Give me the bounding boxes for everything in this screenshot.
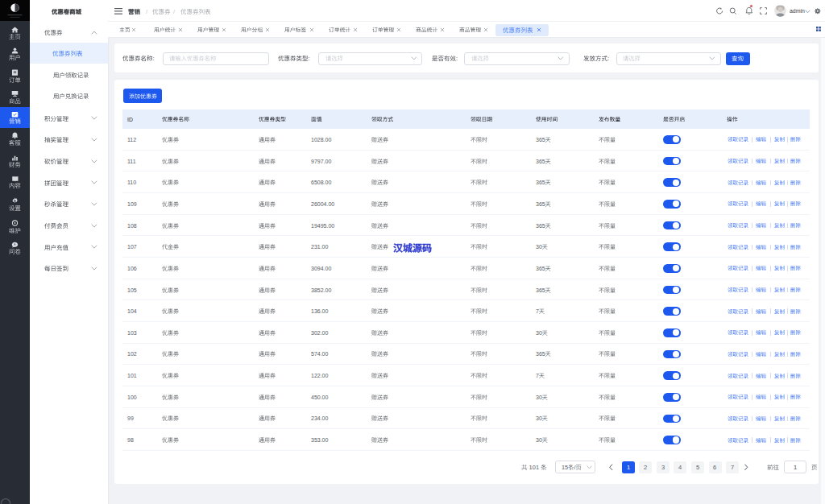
svg-text:353.00: 353.00 <box>311 437 329 443</box>
svg-text:365: 365 <box>536 266 545 271</box>
svg-text:3852.00: 3852.00 <box>311 287 331 293</box>
svg-text:1: 1 <box>794 464 797 471</box>
svg-text::: : <box>153 55 155 62</box>
svg-text:106: 106 <box>127 266 137 271</box>
svg-text:365: 365 <box>536 180 545 185</box>
svg-text:108: 108 <box>127 223 137 229</box>
svg-text:3: 3 <box>661 464 665 471</box>
svg-text:30: 30 <box>536 330 542 336</box>
svg-text::: : <box>607 55 609 62</box>
svg-text:365: 365 <box>536 137 545 143</box>
svg-text:30: 30 <box>536 437 542 443</box>
svg-text:5: 5 <box>696 464 699 471</box>
svg-text:110: 110 <box>127 180 136 185</box>
svg-text:111: 111 <box>127 159 136 164</box>
svg-text:1: 1 <box>627 464 630 471</box>
svg-text:365: 365 <box>536 159 545 164</box>
svg-text:101: 101 <box>528 464 541 471</box>
svg-text::: : <box>456 55 458 62</box>
svg-text:302.00: 302.00 <box>311 330 329 336</box>
svg-text:136.00: 136.00 <box>311 308 329 314</box>
svg-text:3094.00: 3094.00 <box>311 266 331 271</box>
svg-text:122.00: 122.00 <box>311 373 329 378</box>
svg-text:7: 7 <box>536 373 539 378</box>
svg-text:19495.00: 19495.00 <box>311 223 334 229</box>
svg-text:365: 365 <box>536 201 545 207</box>
svg-text:109: 109 <box>127 201 137 207</box>
svg-text:234.00: 234.00 <box>311 415 329 421</box>
svg-text:9797.00: 9797.00 <box>311 159 331 164</box>
svg-text:26004.00: 26004.00 <box>311 201 334 207</box>
svg-text:99: 99 <box>127 415 134 421</box>
svg-text:2: 2 <box>644 464 647 471</box>
svg-text:/: / <box>574 464 577 471</box>
svg-text:30: 30 <box>536 244 542 250</box>
svg-text:30: 30 <box>536 395 542 400</box>
svg-text:6: 6 <box>713 464 716 471</box>
svg-text:6508.00: 6508.00 <box>311 180 331 185</box>
svg-text:103: 103 <box>127 330 137 336</box>
svg-text:admin: admin <box>790 8 805 14</box>
svg-text:98: 98 <box>127 437 134 443</box>
svg-text:231.00: 231.00 <box>311 244 329 250</box>
svg-text:105: 105 <box>127 287 137 293</box>
svg-text:102: 102 <box>127 351 137 357</box>
svg-text:107: 107 <box>127 244 137 250</box>
svg-text:4: 4 <box>678 464 682 471</box>
svg-text:365: 365 <box>536 351 545 357</box>
svg-text:15: 15 <box>562 464 568 471</box>
svg-text:30: 30 <box>536 415 542 421</box>
svg-text:1028.00: 1028.00 <box>311 137 331 143</box>
svg-text:/: / <box>173 8 176 15</box>
svg-text:7: 7 <box>731 464 734 471</box>
svg-text:104: 104 <box>127 308 137 314</box>
svg-text::: : <box>309 55 310 62</box>
svg-text:574.00: 574.00 <box>311 351 329 357</box>
svg-text:7: 7 <box>536 308 539 314</box>
svg-text:100: 100 <box>127 395 137 400</box>
svg-text:365: 365 <box>536 287 545 293</box>
svg-text:450.00: 450.00 <box>311 395 329 400</box>
svg-text:ID: ID <box>127 116 133 122</box>
svg-text:/: / <box>146 8 148 15</box>
svg-text:112: 112 <box>127 137 136 143</box>
svg-text:365: 365 <box>536 223 545 229</box>
svg-text:101: 101 <box>127 373 137 378</box>
